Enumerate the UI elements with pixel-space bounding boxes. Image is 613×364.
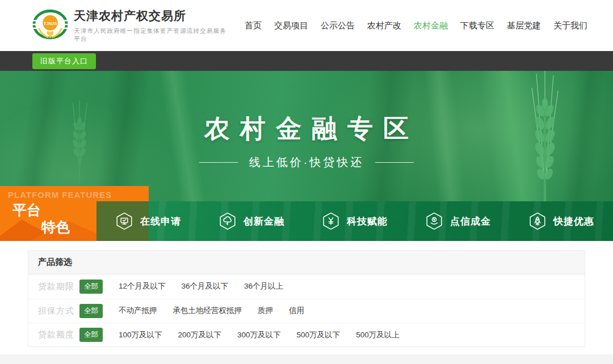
filter-option[interactable]: 不动产抵押	[119, 306, 157, 316]
nav-rural-reform[interactable]: 农村产改	[367, 20, 401, 31]
feature-tech-empowerment[interactable]: 科技赋能	[303, 201, 406, 241]
old-platform-entry-button[interactable]: 旧版平台入口	[32, 53, 96, 69]
logo-text: TJNJS	[44, 21, 57, 26]
badge-en-text: PLATFORM FEATURES	[8, 190, 112, 200]
spacer	[0, 241, 613, 250]
filter-row-loan-term: 贷款期限 全部 12个月及以下 36个月及以下 36个月以上	[28, 274, 585, 299]
filter-row-label: 贷款期限	[38, 281, 79, 292]
feature-bar: 在线申请 创新金融	[96, 201, 613, 241]
filter-option[interactable]: 36个月及以下	[182, 281, 229, 291]
filter-row-label: 担保方式	[38, 306, 79, 316]
filter-row-label: 贷款额度	[38, 329, 79, 340]
filter-option[interactable]: 100万及以下	[119, 330, 162, 340]
filter-option[interactable]: 信用	[289, 306, 304, 316]
feature-label: 创新金融	[243, 215, 284, 228]
spacer	[0, 347, 613, 354]
footer-strip	[0, 354, 613, 364]
filter-all-button[interactable]: 全部	[79, 304, 103, 318]
site-title: 天津农村产权交易所	[74, 8, 232, 24]
filter-option[interactable]: 500万及以下	[297, 330, 341, 340]
site-logo-icon: TJNJS	[32, 8, 68, 43]
subtitle-right-line	[375, 162, 414, 163]
product-filter-panel: 产品筛选 贷款期限 全部 12个月及以下 36个月及以下 36个月以上 担保方式…	[28, 250, 585, 347]
nav-trade-projects[interactable]: 交易项目	[274, 20, 308, 31]
filter-option[interactable]: 质押	[258, 306, 273, 316]
nav-rural-finance[interactable]: 农村金融	[414, 20, 448, 31]
subtitle-left-line	[199, 162, 238, 163]
hero-title: 农村金融专区	[0, 112, 613, 146]
filter-option[interactable]: 12个月及以下	[119, 281, 166, 291]
nav-party-building[interactable]: 基层党建	[507, 20, 541, 31]
brand[interactable]: TJNJS 天津农村产权交易所 天津市人民政府唯一指定集体资产资源流转交易服务平…	[32, 8, 232, 43]
monitor-check-icon	[115, 212, 133, 230]
sub-bar: 旧版平台入口	[0, 51, 613, 71]
badge-cn-line2: 特色	[41, 218, 70, 236]
nav-download-zone[interactable]: 下载专区	[460, 20, 494, 31]
feature-credit-to-gold[interactable]: 点信成金	[406, 201, 510, 241]
badge-cn-line1: 平台	[12, 201, 41, 219]
filter-row-guarantee-method: 担保方式 全部 不动产抵押 承包土地经营权抵押 质押 信用	[28, 299, 585, 323]
filter-option[interactable]: 36个月以上	[244, 281, 283, 291]
nav-public-notices[interactable]: 公示公告	[321, 20, 355, 31]
hero-banner: 农村金融专区 线上低价·快贷快还	[0, 71, 613, 201]
hero-subtitle: 线上低价·快贷快还	[249, 155, 364, 170]
feature-label: 快捷优惠	[553, 215, 594, 228]
features-bar: PLATFORM FEATURES 平台 特色 在线申请	[0, 201, 613, 241]
main-nav: 首页 交易项目 公示公告 农村产改 农村金融 下载专区 基层党建 关于我们	[232, 20, 587, 31]
feature-label: 点信成金	[450, 215, 491, 228]
cloud-icon	[219, 212, 237, 230]
nav-about-us[interactable]: 关于我们	[553, 20, 587, 31]
filter-all-button[interactable]: 全部	[79, 280, 103, 294]
rocket-icon	[528, 212, 547, 230]
feature-innovative-finance[interactable]: 创新金融	[200, 201, 303, 241]
filter-title: 产品筛选	[28, 251, 585, 274]
filter-row-loan-amount: 贷款额度 全部 100万及以下 200万及以下 300万及以下 500万及以下 …	[28, 323, 585, 347]
yen-icon	[322, 212, 340, 230]
site-subtitle: 天津市人民政府唯一指定集体资产资源流转交易服务平台	[74, 27, 232, 43]
feature-quick-discount[interactable]: 快捷优惠	[510, 201, 613, 241]
filter-option[interactable]: 200万及以下	[178, 330, 222, 340]
page: TJNJS 天津农村产权交易所 天津市人民政府唯一指定集体资产资源流转交易服务平…	[0, 0, 613, 364]
filter-option[interactable]: 500万及以上	[356, 330, 400, 340]
site-header: TJNJS 天津农村产权交易所 天津市人民政府唯一指定集体资产资源流转交易服务平…	[0, 0, 613, 51]
hero-subtitle-row: 线上低价·快贷快还	[0, 155, 613, 170]
feature-label: 科技赋能	[347, 215, 388, 228]
filter-option[interactable]: 300万及以下	[237, 330, 281, 340]
coin-hand-icon	[425, 212, 443, 230]
feature-label: 在线申请	[140, 215, 181, 228]
nav-home[interactable]: 首页	[245, 20, 262, 31]
filter-all-button[interactable]: 全部	[79, 328, 103, 342]
feature-online-apply[interactable]: 在线申请	[96, 201, 200, 241]
brand-text: 天津农村产权交易所 天津市人民政府唯一指定集体资产资源流转交易服务平台	[74, 8, 232, 43]
filter-option[interactable]: 承包土地经营权抵押	[173, 306, 242, 316]
